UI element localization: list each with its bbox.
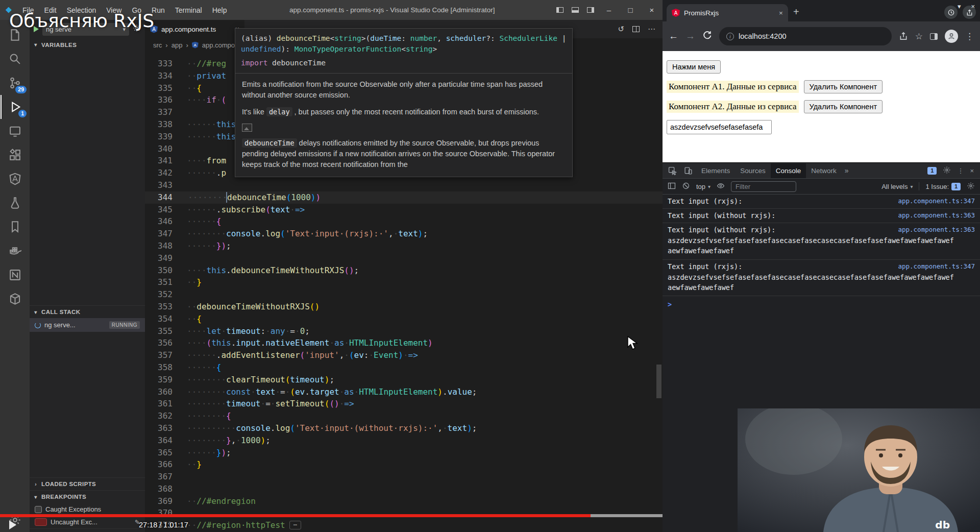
log-levels-selector[interactable]: All levels ▾: [881, 183, 913, 190]
browser-tab-promisrxjs[interactable]: A PromisRxjs ×: [667, 4, 788, 21]
extensions-icon[interactable]: [1, 143, 29, 167]
editor-tab-app-component[interactable]: A app.component.ts ×: [145, 20, 245, 38]
console-source-link[interactable]: app.component.ts:347: [898, 262, 975, 270]
code-line-361[interactable]: 361········timeout·=·setTimeout(()·=>: [145, 398, 663, 410]
text-input[interactable]: [667, 120, 772, 134]
line-number[interactable]: 343: [145, 179, 177, 191]
toggle-panel-icon[interactable]: [568, 0, 583, 20]
chrome-menu-icon[interactable]: ⋮: [965, 31, 974, 42]
code-line-359[interactable]: 359········clearTimeout(timeout);: [145, 374, 663, 386]
devtools-tab-elements[interactable]: Elements: [696, 163, 735, 178]
devtools-close-icon[interactable]: ×: [970, 167, 974, 175]
code-line-353[interactable]: 353··debounceTimeWithoutRXJS(): [145, 301, 663, 313]
line-number[interactable]: 339: [145, 131, 177, 143]
line-number[interactable]: 353: [145, 301, 177, 313]
console-source-link[interactable]: app.component.ts:363: [898, 226, 975, 233]
side-panel-icon[interactable]: [930, 33, 938, 40]
close-button[interactable]: ×: [971, 3, 975, 10]
section-variables[interactable]: ▾ VARIABLES: [30, 38, 145, 51]
code-line-356[interactable]: 356····(this.input.nativeElement·as·HTML…: [145, 337, 663, 349]
line-number[interactable]: 333: [145, 58, 177, 70]
devtools-tab-network[interactable]: Network: [806, 163, 842, 178]
angular-icon[interactable]: [1, 167, 29, 191]
line-number[interactable]: 355: [145, 325, 177, 337]
history-clock-icon[interactable]: [944, 6, 958, 19]
line-number[interactable]: 335: [145, 82, 177, 94]
line-number[interactable]: 358: [145, 361, 177, 374]
code-line-367[interactable]: 367: [145, 471, 663, 483]
scrollbar-thumb[interactable]: [656, 365, 662, 398]
section-loaded-scripts[interactable]: › LOADED SCRIPTS: [30, 477, 145, 490]
line-number[interactable]: 349: [145, 252, 177, 264]
console-prompt[interactable]: >: [663, 296, 980, 312]
bookmark-star-icon[interactable]: ☆: [915, 31, 923, 42]
line-number[interactable]: 338: [145, 118, 177, 131]
source-control-icon[interactable]: 29: [1, 71, 29, 95]
code-line-350[interactable]: 350····this.debounceTimeWithoutRXJS();: [145, 264, 663, 277]
code-line-360[interactable]: 360········const·text·=·(ev.target·as·HT…: [145, 386, 663, 398]
delete-component-button[interactable]: Удалить Компонент: [804, 80, 883, 93]
breadcrumb-src[interactable]: src: [153, 41, 162, 49]
menu-item-terminal[interactable]: Terminal: [170, 0, 207, 20]
code-line-344[interactable]: 344········debounceTime(1000)): [145, 191, 663, 204]
toggle-secondary-sidebar-icon[interactable]: [583, 0, 598, 20]
minimize-button[interactable]: –: [598, 0, 620, 20]
issues-counter[interactable]: 1 Issue: 1: [925, 183, 961, 190]
code-line-357[interactable]: 357······.addEventListener('input',·(ev:…: [145, 349, 663, 361]
line-number[interactable]: 342: [145, 167, 177, 179]
code-line-364[interactable]: 364········},·1000);: [145, 434, 663, 447]
line-number[interactable]: 368: [145, 483, 177, 495]
clear-console-icon[interactable]: [682, 182, 690, 191]
code-line-354[interactable]: 354··{: [145, 313, 663, 325]
close-button[interactable]: ×: [641, 0, 663, 20]
search-icon[interactable]: [1, 47, 29, 71]
devtools-tab-console[interactable]: Console: [771, 163, 806, 178]
line-number[interactable]: 340: [145, 143, 177, 155]
maximize-button[interactable]: □: [620, 0, 641, 20]
code-line-355[interactable]: 355····let·timeout:·any·=·0;: [145, 325, 663, 337]
send-to-device-icon[interactable]: [899, 32, 908, 41]
line-number[interactable]: 346: [145, 215, 177, 228]
line-number[interactable]: 360: [145, 386, 177, 398]
line-number[interactable]: 345: [145, 204, 177, 216]
remote-explorer-icon[interactable]: [1, 119, 29, 143]
checkbox[interactable]: [35, 506, 42, 513]
line-number[interactable]: 336: [145, 94, 177, 106]
console-source-link[interactable]: app.component.ts:363: [898, 211, 975, 219]
run-debug-icon[interactable]: 1: [1, 95, 29, 119]
console-settings-gear-icon[interactable]: [967, 182, 975, 191]
line-number[interactable]: 351: [145, 276, 177, 288]
menu-item-help[interactable]: Help: [207, 0, 232, 20]
line-number[interactable]: 363: [145, 422, 177, 434]
line-number[interactable]: 369: [145, 495, 177, 507]
code-line-349[interactable]: 349: [145, 252, 663, 264]
line-number[interactable]: 347: [145, 228, 177, 240]
code-line-352[interactable]: 352: [145, 288, 663, 301]
context-selector[interactable]: top ▾: [696, 183, 710, 190]
code-line-369[interactable]: 369··//#endregion: [145, 495, 663, 507]
line-number[interactable]: 344: [145, 191, 177, 204]
split-editor-icon[interactable]: [632, 26, 640, 32]
code-line-365[interactable]: 365······});: [145, 447, 663, 459]
new-tab-button[interactable]: +: [793, 6, 799, 18]
section-breakpoints[interactable]: ▾ BREAKPOINTS: [30, 490, 145, 503]
line-number[interactable]: 352: [145, 288, 177, 301]
live-expression-eye-icon[interactable]: [717, 182, 725, 191]
more-tabs-icon[interactable]: »: [842, 166, 852, 175]
line-number[interactable]: 366: [145, 458, 177, 471]
bookmarks-icon[interactable]: [1, 215, 29, 239]
editor-scrollbar[interactable]: [655, 52, 663, 532]
line-number[interactable]: 348: [145, 240, 177, 252]
forward-icon[interactable]: →: [685, 31, 695, 42]
code-line-346[interactable]: 346······{: [145, 215, 663, 228]
code-line-366[interactable]: 366··}: [145, 458, 663, 471]
nx-console-icon[interactable]: [1, 263, 29, 287]
inspect-element-icon[interactable]: [665, 166, 680, 175]
delete-component-button[interactable]: Удалить Компонент: [804, 100, 883, 113]
line-number[interactable]: 364: [145, 434, 177, 447]
timeline-back-icon[interactable]: ↺: [618, 25, 624, 34]
toggle-sidebar-icon[interactable]: [552, 0, 568, 20]
profile-avatar[interactable]: [945, 30, 958, 43]
docker-icon[interactable]: [1, 239, 29, 263]
code-line-358[interactable]: 358······{: [145, 361, 663, 374]
